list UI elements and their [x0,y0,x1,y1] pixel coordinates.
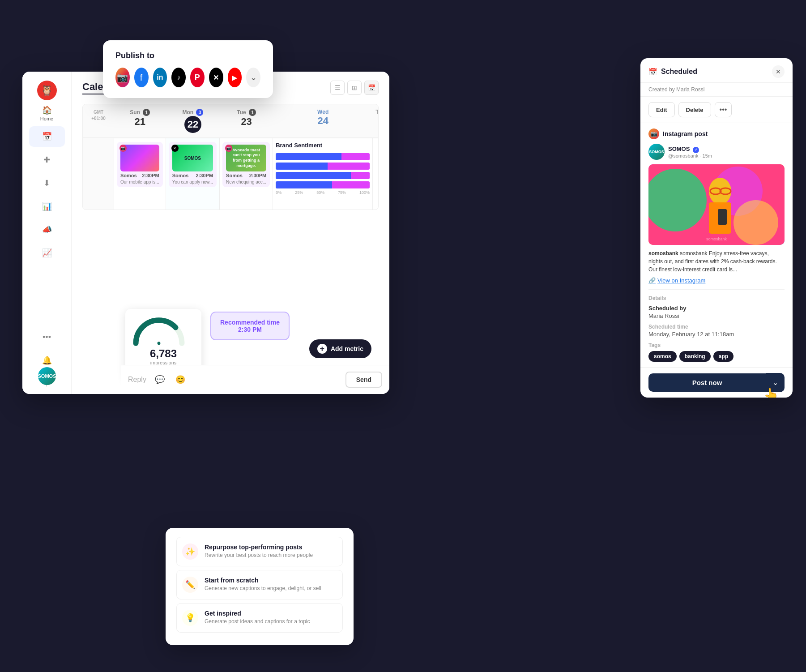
bar-blue-4 [276,181,332,188]
message-icon[interactable]: 💬 [153,372,167,387]
repurpose-icon: ✨ [182,544,198,560]
sentiment-axis: 0% 25% 50% 75% 100% [276,190,370,195]
ig-caption: somosbank somosbank Enjoy stress-free va… [648,249,785,274]
post-account-sun: Somos [120,173,137,178]
post-card-sun[interactable]: 📷 Somos 2:30PM Our mobile app is... [117,142,163,187]
pinterest-icon[interactable]: P [190,68,205,87]
ig-account-name: SOMOS ✓ [668,146,712,153]
add-metric-button[interactable]: + Add metric [309,339,371,358]
reply-bar: Reply 💬 😊 Send [121,365,389,394]
analytics-icon: 📊 [42,201,52,211]
sidebar-item-reports[interactable]: 📈 [29,243,65,263]
ig-account-info: SOMOS ✓ @somosbank · 15m [668,146,712,158]
list-view-button[interactable]: ☰ [330,81,345,95]
inspired-icon: 💡 [182,610,198,626]
sidebar-item-import[interactable]: ⬇ [29,173,65,193]
more-networks-icon[interactable]: ⌄ [246,68,260,87]
sidebar: 🦉 🏠 Home 📅 ✚ ⬇ 📊 📣 📈 ••• 🔔 ? [22,72,72,394]
scheduled-title: Scheduled [661,68,697,76]
sidebar-home-label: Home [40,116,53,121]
user-avatar[interactable]: SOMOS [38,367,56,385]
bar-blue-1 [276,153,341,160]
youtube-icon[interactable]: ▶ [228,68,242,87]
post-time-tue: 2:30PM [249,173,267,178]
calendar-cell-wed: Brand Sentiment [273,138,373,210]
sidebar-item-more[interactable]: ••• [29,327,65,347]
week-view-button[interactable]: ⊞ [347,81,362,95]
compose-icon: ✚ [43,155,50,165]
scheduled-panel-header: 📅 Scheduled ✕ [640,58,793,83]
ai-option-scratch[interactable]: ✏️ Start from scratch Generate new capti… [176,570,343,599]
post-meta-mon: Somos 2:30PM [172,173,213,178]
sidebar-item-home[interactable]: 🏠 Home [29,103,65,124]
close-button[interactable]: ✕ [772,65,785,78]
scheduled-title-row: 📅 Scheduled [648,68,697,76]
post-text-sun: Our mobile app is... [120,180,159,184]
svg-point-0 [158,342,161,345]
instagram-badge-tue: 📷 [225,145,232,152]
bar-pink-3 [351,172,370,179]
calendar-cell-sun: 📷 Somos 2:30PM Our mobile app is... [114,138,166,210]
more-options-button[interactable]: ••• [715,102,732,117]
day-header-wed: Wed 24 [273,104,373,138]
emoji-icon[interactable]: 😊 [173,372,188,387]
post-meta-sun: Somos 2:30PM [120,173,159,178]
post-meta-tue: Somos 2:30PM [226,173,266,178]
calendar-icon: 📅 [648,68,657,76]
ai-option-repurpose[interactable]: ✨ Repurpose top-performing posts Rewrite… [176,537,343,566]
post-time-sun: 2:30PM [142,173,159,178]
post-text-tue: New chequing acc... [226,180,266,184]
created-by: Created by Maria Rossi [640,83,793,97]
scratch-icon: ✏️ [182,577,198,593]
calendar-main: Calendar ‹ Today › Feb 21 - 27, 2023 ⌄ ☰… [72,72,389,394]
x-icon[interactable]: ✕ [209,68,223,87]
calendar-grid: GMT+01:00 Sun 1 21 Mon 3 22 Tue 1 23 [82,104,379,210]
ig-post-type: Instagram post [663,130,708,137]
gauge-chart [132,316,195,352]
day-header-tue: Tue 1 23 [220,104,273,138]
delete-button[interactable]: Delete [678,102,711,117]
view-controls: ☰ ⊞ 📅 [330,81,379,95]
ig-account: SOMOS SOMOS ✓ @somosbank · 15m [648,144,785,160]
tags-row: somos banking app [648,351,785,362]
ai-option-inspired-text: Get inspired Generate post ideas and cap… [205,610,310,625]
ai-panel: ✨ Repurpose top-performing posts Rewrite… [166,528,354,645]
send-button[interactable]: Send [345,372,382,388]
tag-banking: banking [679,351,711,362]
month-view-button[interactable]: 📅 [364,81,379,95]
tiktok-icon[interactable]: ♪ [171,68,186,87]
day-header-mon: Mon 3 22 [166,104,220,138]
post-now-button[interactable]: Post now [648,373,766,392]
ig-account-avatar: SOMOS [648,144,665,160]
recommended-time-card: Recommended time 2:30 PM [210,312,290,340]
edit-button[interactable]: Edit [648,102,675,117]
sidebar-item-compose[interactable]: ✚ [29,150,65,170]
facebook-icon[interactable]: f [134,68,149,87]
svg-text:somosbank: somosbank [706,237,727,241]
add-metric-icon: + [317,344,327,354]
sidebar-item-calendar[interactable]: 📅 [29,126,65,147]
instagram-icon[interactable]: 📷 [115,68,130,87]
sentiment-bar-2 [276,163,370,170]
home-icon: 🏠 [42,105,52,115]
post-card-mon[interactable]: SOMOS ✕ Somos 2:30PM You can apply now..… [169,142,217,187]
external-link-icon: 🔗 [648,277,656,284]
calendar-cell-mon: SOMOS ✕ Somos 2:30PM You can apply now..… [166,138,220,210]
sentiment-bars [276,153,370,188]
sidebar-item-campaigns[interactable]: 📣 [29,219,65,240]
sidebar-item-analytics[interactable]: 📊 [29,196,65,217]
sentiment-title: Brand Sentiment [276,142,370,149]
publish-title: Publish to [115,51,260,60]
view-on-instagram-link[interactable]: 🔗 View on Instagram [648,277,785,284]
post-card-tue[interactable]: Avocado toast can't stop you from gettin… [222,142,270,187]
sentiment-bar-3 [276,172,370,179]
calendar-sidebar-icon: 📅 [42,132,52,141]
scheduled-by-name: Maria Rossi [648,312,785,319]
details-label: Details [648,295,785,301]
linkedin-icon[interactable]: in [153,68,167,87]
day-header-sun: Sun 1 21 [114,104,166,138]
gmt-header: GMT+01:00 [83,104,114,138]
instagram-badge-sun: 📷 [119,145,127,152]
post-account-mon: Somos [172,173,189,178]
ai-option-inspired[interactable]: 💡 Get inspired Generate post ideas and c… [176,603,343,633]
